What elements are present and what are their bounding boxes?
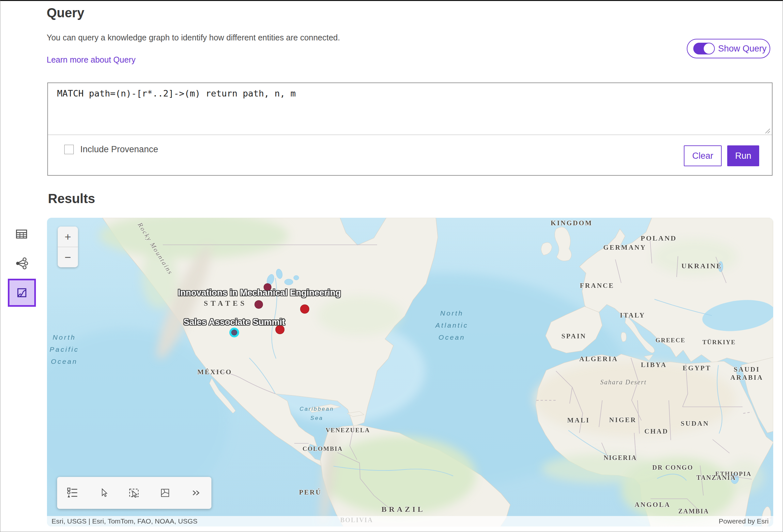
include-provenance-checkbox[interactable] — [64, 145, 74, 154]
map-country-label: ANGOLA — [634, 501, 670, 509]
map-country-label: MALI — [567, 416, 590, 425]
map-region-label: Sahara Desert — [600, 378, 647, 386]
map-ocean-label: North Atlantic Ocean — [436, 307, 469, 343]
map-country-label: LIBYA — [641, 361, 667, 369]
map-country-label: BRAZIL — [381, 505, 425, 514]
learn-more-link[interactable]: Learn more about Query — [46, 55, 135, 65]
attribution-powered-by: Powered by Esri — [719, 517, 769, 525]
map-country-label: TÜRKIYE — [702, 339, 736, 346]
map-country-label: CHAD — [644, 427, 668, 435]
map-country-label: UKRAINE — [682, 262, 722, 270]
map-feature-label: Innovations in Mechanical Engineering — [178, 288, 341, 298]
legend-list-button[interactable] — [62, 483, 83, 503]
expand-more-icon — [191, 487, 201, 498]
map-country-label: NIGER — [609, 416, 636, 424]
link-chart-icon — [15, 257, 28, 270]
attribution-sources: Esri, USGS | Esri, TomTom, FAO, NOAA, US… — [52, 517, 197, 525]
map-country-label: KINGDOM — [551, 219, 592, 227]
map-country-label: FRANCE — [580, 281, 614, 290]
map-country-label: DR CONGO — [652, 464, 693, 471]
table-view-button[interactable] — [7, 220, 36, 248]
map-country-label: GERMANY — [603, 243, 646, 252]
page-description: You can query a knowledge graph to ident… — [46, 33, 340, 42]
map-country-label: COLOMBIA — [303, 445, 343, 453]
map-country-label: NIGERIA — [603, 454, 637, 462]
expand-more-button[interactable] — [186, 483, 207, 503]
select-by-polygon-button[interactable] — [155, 483, 176, 503]
table-icon — [15, 228, 28, 240]
map-ocean-label: Caribbean Sea — [300, 404, 334, 423]
legend-list-icon — [66, 487, 79, 499]
map-country-label: VENEZUELA — [325, 427, 370, 434]
map-country-label: ALGERIA — [579, 355, 618, 363]
page-title: Query — [46, 5, 85, 20]
map-country-label: EGYPT — [683, 364, 711, 372]
map-view-button[interactable] — [8, 279, 36, 307]
map-region-label: Rocky Mountains — [136, 221, 174, 276]
query-input[interactable]: MATCH path=(n)-[r*..2]->(m) return path,… — [57, 88, 759, 131]
resize-handle[interactable] — [764, 128, 771, 134]
zoom-control: + − — [58, 227, 78, 267]
panel-divider — [48, 135, 772, 135]
map-country-label: SUDAN — [681, 420, 709, 428]
cursor-select-icon — [98, 487, 109, 498]
cursor-select-button[interactable] — [93, 483, 114, 503]
map-country-label: TANZANIA — [696, 474, 736, 481]
select-by-rectangle-button[interactable] — [124, 483, 145, 503]
query-panel: MATCH path=(n)-[r*..2]->(m) return path,… — [47, 82, 773, 176]
run-button[interactable]: Run — [727, 145, 759, 166]
map-country-label: SAUDI ARABIA — [730, 365, 763, 382]
map-country-label: ZAMBIA — [678, 507, 709, 515]
include-provenance-label: Include Provenance — [80, 144, 158, 155]
results-map[interactable]: KINGDOMPOLANDGERMANYUKRAINEFRANCEITALYSP… — [47, 218, 773, 527]
map-attribution: Esri, USGS | Esri, TomTom, FAO, NOAA, US… — [47, 516, 773, 527]
map-toolbar — [57, 477, 211, 509]
result-point[interactable] — [300, 304, 309, 313]
results-title: Results — [48, 191, 95, 206]
zoom-out-button[interactable]: − — [58, 247, 78, 267]
toggle-label: Show Query — [718, 44, 767, 54]
zoom-in-button[interactable]: + — [58, 227, 78, 247]
query-page: Query You can query a knowledge graph to… — [0, 0, 783, 532]
show-query-toggle[interactable]: Show Query — [687, 39, 770, 58]
toggle-switch-icon[interactable] — [693, 43, 715, 55]
map-country-label: SPAIN — [562, 332, 586, 340]
map-feature-label: Sales Associate Summit — [183, 317, 285, 327]
map-country-label: ITALY — [620, 311, 645, 320]
link-chart-view-button[interactable] — [7, 250, 36, 277]
map-ocean-label: North Pacific Ocean — [50, 331, 79, 367]
result-point-selected[interactable] — [231, 330, 237, 335]
map-country-label: GREECE — [655, 337, 685, 344]
map-icon — [15, 286, 28, 299]
map-country-label: STATES — [204, 299, 247, 308]
select-by-polygon-icon — [160, 487, 170, 498]
map-country-label: PERÚ — [299, 488, 321, 496]
map-country-label: MÉXICO — [197, 368, 232, 376]
select-by-rectangle-icon — [128, 487, 140, 499]
clear-button[interactable]: Clear — [684, 145, 722, 166]
result-point[interactable] — [254, 300, 263, 309]
map-country-label: POLAND — [641, 234, 677, 242]
